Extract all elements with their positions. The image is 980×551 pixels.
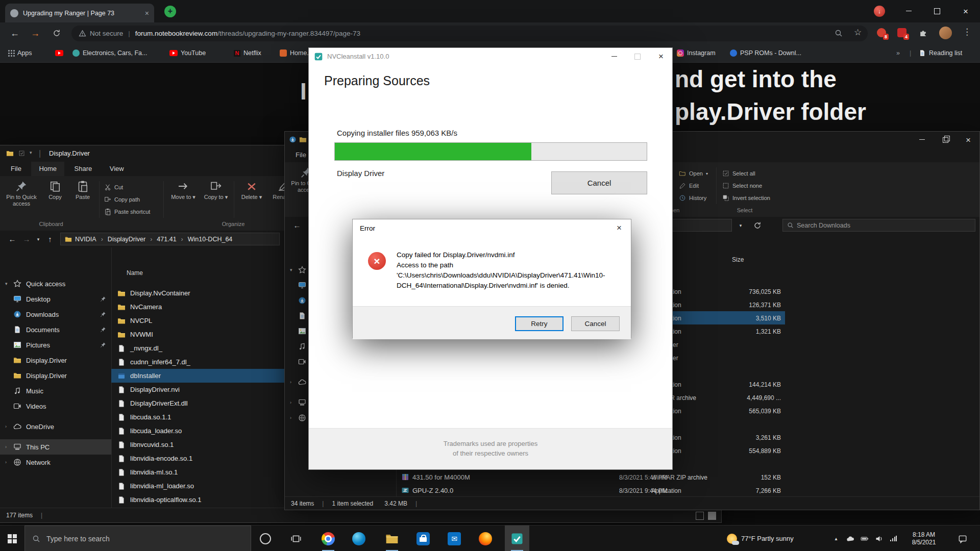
window-close-button[interactable]: × (649, 48, 673, 65)
address-bar[interactable]: Not secure | forum.notebookreview.com /t… (71, 26, 868, 41)
select-none-button[interactable]: Select none (722, 181, 762, 191)
copy-path-button[interactable]: Copy path (104, 194, 140, 205)
open-button[interactable]: Open ▾ (679, 168, 708, 179)
apps-shortcut[interactable]: Apps (8, 44, 32, 62)
taskbar-search-input[interactable]: Type here to search (24, 525, 251, 551)
thumbnail-view-toggle-icon[interactable] (708, 512, 716, 520)
network-tray-icon[interactable] (886, 525, 900, 551)
breadcrumb-segment[interactable]: 471.41 (157, 236, 176, 243)
browser-maximize-button[interactable] (923, 0, 951, 22)
reading-list-button[interactable]: Reading list (919, 44, 962, 62)
details-view-toggle-icon[interactable] (696, 512, 704, 520)
browser-tab[interactable]: Upgrading my Ranger | Page 73 × (5, 4, 154, 22)
browser-menu-icon[interactable]: ⋮ (963, 27, 971, 37)
task-view-button[interactable] (284, 525, 308, 551)
copy-to-button[interactable]: Copy to ▾ (201, 178, 231, 219)
file-row[interactable]: 431.50 for M4000M8/3/2021 5:46 PMWinRAR … (396, 470, 785, 484)
breadcrumb[interactable]: NVIDIA› DisplayDriver› 471.41› Win10-DCH… (60, 233, 280, 245)
forward-icon[interactable]: → (28, 27, 43, 40)
sidebar-item-display-driver[interactable]: Display.Driver (0, 353, 111, 368)
menu-view[interactable]: View (102, 162, 132, 176)
bookmarks-overflow-chevron[interactable]: » (896, 44, 900, 62)
retry-button[interactable]: Retry (515, 316, 564, 331)
bookmark-star-icon[interactable]: ☆ (854, 27, 862, 38)
paste-shortcut-button[interactable]: Paste shortcut (104, 207, 150, 217)
bookmark-youtube[interactable]: YouTube (169, 44, 206, 62)
delete-button[interactable]: Delete ▾ (238, 178, 265, 219)
bookmark-home[interactable]: Home... (280, 44, 312, 62)
nav-forward-icon[interactable]: → (20, 233, 33, 245)
taskbar-nvcleanstall-button[interactable] (505, 525, 529, 551)
adblock-extension-icon[interactable]: 8 (877, 28, 886, 37)
sidebar-item-this-pc[interactable]: ›This PC (0, 439, 111, 455)
edit-button[interactable]: Edit (679, 181, 699, 191)
sidebar-item-onedrive[interactable]: ›OneDrive (0, 419, 111, 434)
dialog-cancel-button[interactable]: Cancel (571, 316, 620, 331)
sidebar-item-pictures[interactable]: Pictures (0, 337, 111, 353)
search-input[interactable]: Search Downloads (782, 219, 975, 232)
taskbar-mail-button[interactable]: ✉ (442, 525, 467, 551)
menu-file[interactable]: File (3, 162, 29, 176)
sidebar-item-quick-access[interactable]: ▾Quick access (0, 276, 111, 291)
cut-button[interactable]: Cut (104, 182, 123, 192)
nav-up-icon[interactable]: ↑ (44, 233, 56, 245)
menu-share[interactable]: Share (67, 162, 100, 176)
sidebar-item-desktop[interactable]: Desktop (0, 291, 111, 307)
profile-avatar[interactable] (939, 27, 952, 39)
nav-back-icon[interactable]: ← (6, 233, 18, 245)
copy-button[interactable]: Copy (43, 178, 67, 219)
abp-extension-icon[interactable]: 4 (897, 28, 906, 37)
clock[interactable]: 8:18 AM8/5/2021 (902, 525, 945, 551)
sidebar-item-music[interactable]: Music (0, 383, 111, 398)
download-extension-icon[interactable]: ↓ (874, 6, 885, 17)
battery-tray-icon[interactable] (857, 525, 872, 551)
back-icon[interactable]: ← (7, 27, 22, 40)
bookmark-psp-roms[interactable]: PSP ROMs - Downl... (730, 44, 801, 62)
window-minimize-button[interactable] (910, 132, 934, 148)
taskbar-edge-button[interactable] (347, 525, 371, 551)
action-center-button[interactable] (952, 525, 973, 551)
onedrive-tray-icon[interactable] (843, 525, 857, 551)
browser-minimize-button[interactable] (894, 0, 923, 22)
sidebar-item-downloads[interactable]: Downloads (0, 307, 111, 322)
browser-close-button[interactable]: × (951, 0, 980, 22)
paste-button[interactable]: Paste (70, 178, 95, 219)
sidebar-item-documents[interactable]: Documents (0, 322, 111, 337)
taskbar-firefox-button[interactable] (473, 525, 498, 551)
bookmark-youtube-icon-only[interactable] (55, 44, 63, 62)
window-restore-button[interactable] (934, 132, 957, 148)
volume-tray-icon[interactable] (872, 525, 886, 551)
invert-selection-button[interactable]: Invert selection (722, 193, 770, 203)
reload-icon[interactable] (49, 27, 64, 40)
breadcrumb-segment[interactable]: Win10-DCH_64 (188, 236, 233, 243)
refresh-icon[interactable] (753, 221, 762, 230)
file-row[interactable]: GPU-Z 2.40.08/3/2021 9:44 PMApplication7… (396, 484, 785, 497)
address-dropdown-icon[interactable]: ▾ (736, 219, 745, 232)
new-tab-button[interactable]: + (164, 6, 176, 17)
tray-overflow-chevron-icon[interactable]: ▴ (829, 525, 843, 551)
dialog-close-button[interactable]: × (607, 219, 631, 236)
column-header-name[interactable]: Name (127, 269, 143, 277)
window-minimize-button[interactable] (602, 48, 626, 65)
tab-close-icon[interactable]: × (145, 9, 149, 17)
sidebar-item-videos[interactable]: Videos (0, 398, 111, 414)
cancel-button[interactable]: Cancel (551, 171, 647, 194)
window-maximize-button[interactable] (626, 48, 649, 65)
start-button[interactable] (0, 525, 24, 551)
nav-recent-chevron-icon[interactable]: ▾ (34, 233, 43, 245)
extensions-puzzle-icon[interactable] (919, 29, 927, 37)
weather-widget[interactable]: 77°F Partly sunny (741, 525, 823, 551)
zoom-icon[interactable] (835, 29, 843, 37)
history-button[interactable]: History (679, 193, 706, 203)
breadcrumb-segment[interactable]: NVIDIA (75, 236, 96, 243)
sidebar-item-network[interactable]: ›Network (0, 455, 111, 470)
window-close-button[interactable]: × (957, 132, 979, 148)
pin-to-quick-access-button[interactable]: Pin to Quickaccess (5, 178, 38, 219)
taskbar-chrome-button[interactable] (316, 525, 340, 551)
column-header-size[interactable]: Size (732, 256, 744, 263)
taskbar-store-button[interactable] (411, 525, 435, 551)
quick-access-toolbar-icon[interactable] (18, 150, 25, 157)
breadcrumb-segment[interactable]: DisplayDriver (108, 236, 145, 243)
qat-chevron-icon[interactable]: ▾ (30, 150, 32, 155)
sidebar-item-display-driver[interactable]: Display.Driver (0, 368, 111, 383)
